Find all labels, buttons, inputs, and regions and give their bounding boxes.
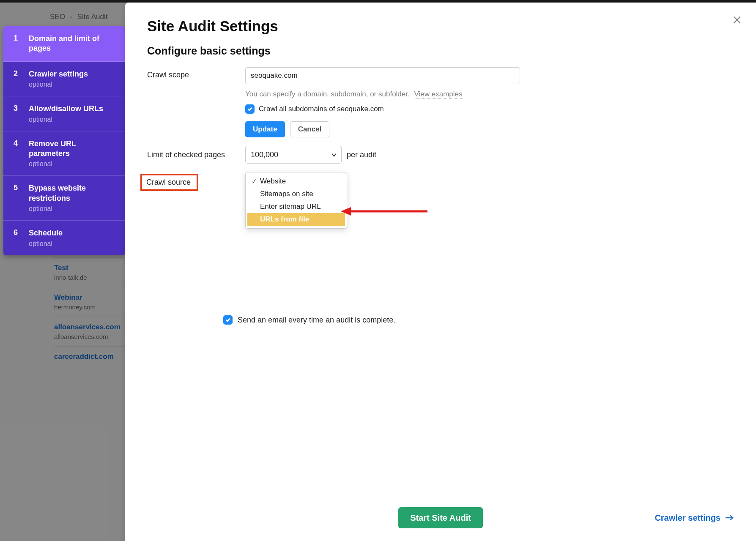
crawl-subdomains-row[interactable]: Crawl all subdomains of seoquake.com <box>245 104 545 114</box>
dd-option-enter-sitemap-url[interactable]: Enter sitemap URL <box>247 200 345 213</box>
view-examples-link[interactable]: View examples <box>414 90 462 98</box>
step-sub: optional <box>29 160 117 168</box>
email-notify-label: Send an email every time an audit is com… <box>238 316 395 325</box>
crawl-source-label: Crawl source <box>146 178 191 186</box>
chevron-down-icon <box>331 150 337 159</box>
checkbox-checked-icon[interactable] <box>223 315 233 325</box>
settings-modal: Site Audit Settings Configure basic sett… <box>125 3 545 385</box>
crawl-scope-label: Crawl scope <box>147 67 245 79</box>
limit-suffix: per audit <box>347 150 376 159</box>
step-bypass-restrictions[interactable]: 5 Bypass website restrictions optional <box>3 176 125 221</box>
step-title: Remove URL parameters <box>29 139 117 159</box>
dd-option-urls-from-file[interactable]: URLs from file <box>247 213 345 226</box>
step-number: 4 <box>14 139 21 168</box>
step-remove-url-params[interactable]: 4 Remove URL parameters optional <box>3 131 125 176</box>
select-edge <box>347 172 347 189</box>
crawl-scope-hint: You can specify a domain, subdomain, or … <box>245 90 545 98</box>
modal-subtitle: Configure basic settings <box>147 45 545 57</box>
limit-label: Limit of checked pages <box>147 150 245 159</box>
step-crawler-settings[interactable]: 2 Crawler settings optional <box>3 62 125 96</box>
step-domain-limit[interactable]: 1 Domain and limit of pages <box>3 26 125 62</box>
step-number: 6 <box>14 228 21 247</box>
step-title: Allow/disallow URLs <box>29 104 117 114</box>
step-number: 1 <box>14 34 21 54</box>
step-sub: optional <box>29 205 117 213</box>
dd-option-website[interactable]: Website <box>247 175 345 188</box>
crawl-subdomains-label: Crawl all subdomains of seoquake.com <box>259 105 384 113</box>
checkbox-checked-icon[interactable] <box>245 104 255 114</box>
dd-option-sitemaps[interactable]: Sitemaps on site <box>247 188 345 200</box>
step-schedule[interactable]: 6 Schedule optional <box>3 221 125 255</box>
annotation-arrow-icon <box>341 205 430 217</box>
step-sub: optional <box>29 116 117 123</box>
step-allow-disallow[interactable]: 3 Allow/disallow URLs optional <box>3 96 125 131</box>
crawl-source-row: Crawl source Website Sitemaps on site En… <box>147 172 545 191</box>
step-number: 5 <box>14 183 21 213</box>
cancel-button[interactable]: Cancel <box>290 121 330 137</box>
crawl-source-dropdown[interactable]: Website Sitemaps on site Enter sitemap U… <box>245 172 347 229</box>
step-title: Schedule <box>29 228 117 238</box>
update-button[interactable]: Update <box>245 121 285 137</box>
step-sub: optional <box>29 81 117 88</box>
limit-select[interactable]: 100,000 <box>245 146 342 164</box>
step-title: Bypass website restrictions <box>29 183 117 203</box>
svg-marker-1 <box>341 207 351 216</box>
step-number: 3 <box>14 104 21 123</box>
step-sub: optional <box>29 240 117 248</box>
crawl-scope-row: Crawl scope You can specify a domain, su… <box>147 67 545 137</box>
steps-sidebar: 1 Domain and limit of pages 2 Crawler se… <box>3 26 125 255</box>
limit-value: 100,000 <box>251 150 278 159</box>
modal-title: Site Audit Settings <box>147 18 545 35</box>
crawl-scope-input[interactable] <box>245 67 520 84</box>
step-title: Crawler settings <box>29 69 117 79</box>
step-number: 2 <box>14 69 21 88</box>
step-title: Domain and limit of pages <box>29 34 117 54</box>
crawl-source-highlight: Crawl source <box>140 174 198 191</box>
limit-row: Limit of checked pages 100,000 per audit <box>147 146 545 164</box>
email-notify-row[interactable]: Send an email every time an audit is com… <box>223 315 395 325</box>
